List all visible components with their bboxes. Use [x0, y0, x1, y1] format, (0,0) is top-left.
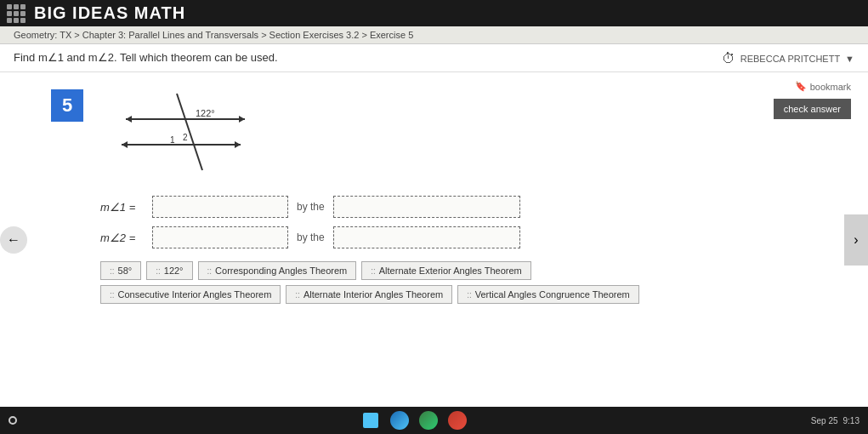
windows-icon[interactable] [9, 416, 17, 425]
handle-icon: :: [295, 290, 300, 300]
diagram-area: 122° 1 2 [100, 81, 270, 183]
handle-icon: :: [110, 266, 115, 276]
svg-marker-5 [122, 141, 128, 148]
angle2-row: m∠2 = by the [100, 226, 749, 248]
svg-text:122°: 122° [196, 108, 215, 118]
answers-area: m∠1 = by the m∠2 = by the [100, 196, 749, 248]
app-icon-red[interactable] [448, 411, 467, 430]
angle2-value-input[interactable] [156, 231, 284, 243]
grid-icon[interactable] [7, 4, 26, 23]
angle1-value-input[interactable] [156, 201, 284, 213]
left-arrow-icon: ← [7, 232, 20, 248]
prev-button[interactable]: ← [0, 226, 27, 254]
bookmark-label: bookmark [810, 82, 851, 92]
angle1-row: m∠1 = by the [100, 196, 749, 218]
tile-vertical-angles[interactable]: :: Vertical Angles Congruence Theorem [457, 285, 639, 304]
handle-icon: :: [110, 290, 115, 300]
next-button[interactable]: › [844, 214, 868, 266]
dropdown-icon[interactable]: ▼ [845, 54, 854, 64]
content-body: ← 5 122° [0, 72, 868, 407]
username: REBECCA PRITCHETT [740, 54, 840, 64]
problem-content: 122° 1 2 m∠1 = by the [83, 81, 749, 398]
taskbar-center [361, 411, 467, 430]
taskbar-right: Sep 25 9:13 [811, 416, 859, 425]
tile-consecutive-interior[interactable]: :: Consecutive Interior Angles Theorem [100, 285, 281, 304]
angle2-theorem-input[interactable] [334, 230, 519, 242]
breadcrumb: Geometry: TX > Chapter 3: Parallel Lines… [0, 26, 868, 44]
main-area: Geometry: TX > Chapter 3: Parallel Lines… [0, 26, 868, 407]
handle-icon: :: [156, 266, 161, 276]
tiles-row-2: :: Consecutive Interior Angles Theorem :… [100, 285, 749, 304]
date-display: Sep 25 [811, 416, 838, 425]
tile-alternate-exterior[interactable]: :: Alternate Exterior Angles Theorem [361, 261, 531, 280]
user-info: ⏱ REBECCA PRITCHETT ▼ [722, 51, 854, 66]
svg-marker-4 [235, 141, 241, 148]
right-arrow-icon: › [854, 232, 858, 248]
svg-line-6 [177, 94, 202, 170]
angle2-label: m∠2 = [100, 231, 147, 244]
svg-text:1: 1 [170, 135, 175, 145]
angle1-theorem-box[interactable] [333, 196, 520, 218]
handle-icon: :: [467, 290, 472, 300]
time-display: 9:13 [843, 416, 859, 425]
tiles-row-1: :: 58° :: 122° :: Corresponding Angles T… [100, 261, 749, 280]
right-panel: 🔖 bookmark check answer [749, 81, 851, 398]
handle-icon: :: [371, 266, 376, 276]
handle-icon: :: [207, 266, 213, 276]
angle2-value-box[interactable] [152, 226, 288, 248]
taskbar-left [9, 416, 17, 425]
geometry-diagram: 122° 1 2 [100, 81, 270, 183]
by-the-label2: by the [297, 231, 325, 243]
svg-marker-2 [126, 116, 132, 123]
timer-icon: ⏱ [722, 51, 735, 66]
svg-marker-1 [239, 116, 245, 123]
angle2-theorem-box[interactable] [333, 226, 520, 248]
angle1-label: m∠1 = [100, 201, 147, 214]
app-title: BIG IDEAS MATH [34, 3, 185, 23]
svg-text:2: 2 [183, 133, 188, 142]
by-the-label1: by the [297, 201, 325, 213]
angle1-theorem-input[interactable] [334, 199, 519, 211]
problem-number: 5 [51, 89, 83, 122]
check-answer-button[interactable]: check answer [774, 99, 851, 119]
content-header: Find m∠1 and m∠2. Tell which theorem can… [0, 44, 868, 72]
tile-alternate-interior[interactable]: :: Alternate Interior Angles Theorem [286, 285, 452, 304]
tiles-section: :: 58° :: 122° :: Corresponding Angles T… [100, 261, 749, 304]
app-icon-green[interactable] [419, 411, 438, 430]
bookmark-area: 🔖 bookmark [795, 81, 851, 92]
app-icon-blue[interactable] [390, 411, 409, 430]
tile-122[interactable]: :: 122° [146, 261, 192, 280]
tile-58[interactable]: :: 58° [100, 261, 141, 280]
tile-corresponding-angles[interactable]: :: Corresponding Angles Theorem [198, 261, 357, 280]
exercise-instruction: Find m∠1 and m∠2. Tell which theorem can… [14, 51, 278, 64]
top-bar: BIG IDEAS MATH [0, 0, 868, 26]
bookmark-icon: 🔖 [795, 81, 807, 92]
files-icon[interactable] [361, 411, 380, 430]
angle1-value-box[interactable] [152, 196, 288, 218]
taskbar: Sep 25 9:13 [0, 407, 868, 434]
